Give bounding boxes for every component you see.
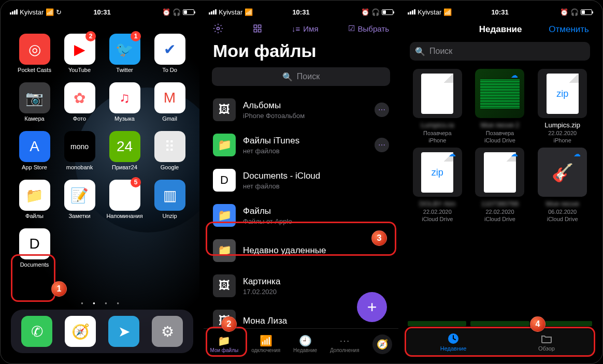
tab-Недавние[interactable]: Недавние xyxy=(407,333,500,352)
app-documents[interactable]: DDocuments xyxy=(15,228,54,268)
tab-Недавние[interactable]: 🕘Недавние xyxy=(293,335,317,353)
file-item-0[interactable]: Lumpics.raПозавчераiPhone xyxy=(408,69,467,143)
tab-label: Дополнения xyxy=(330,347,360,353)
search-input[interactable]: 🔍 Поиск xyxy=(410,42,590,61)
browser-button[interactable]: 🧭 xyxy=(372,334,392,354)
app-pocket casts[interactable]: ◎Pocket Casts xyxy=(15,34,54,73)
file-thumbnail: zip☁ xyxy=(413,148,462,197)
sort-button[interactable]: ↓≡ Имя xyxy=(292,24,318,33)
dock-settings[interactable]: ⚙ xyxy=(152,316,183,347)
app-заметки[interactable]: 📝Заметки xyxy=(60,180,99,219)
partial-row xyxy=(408,321,592,326)
tab-icon: ⋯ xyxy=(339,335,350,346)
more-button[interactable]: ⋯ xyxy=(375,103,389,117)
file-item-3[interactable]: zip☁DOLBY Atm22.02.2020iCloud Drive xyxy=(408,148,467,222)
file-row-1[interactable]: 📁Файлы iTunesнет файлов⋯ xyxy=(204,127,398,163)
folder-icon: 📁 xyxy=(213,134,236,156)
refresh-icon: ↻ xyxy=(56,8,62,16)
app-google[interactable]: ⠿Google xyxy=(150,131,189,170)
app-label: App Store xyxy=(22,164,47,170)
app-gmail[interactable]: MGmail xyxy=(150,82,189,122)
app-twitter[interactable]: 🐦1Twitter xyxy=(105,34,144,73)
app-напоминания[interactable]: ☰5Напоминания xyxy=(105,180,144,219)
badge: 2 xyxy=(85,31,96,41)
app-label: Google xyxy=(161,164,179,170)
file-title: Documents - iCloud xyxy=(243,171,389,181)
wifi-icon: 📶 xyxy=(46,8,54,16)
file-row-0[interactable]: 🖼АльбомыiPhone Фотоальбом⋯ xyxy=(204,92,398,127)
carrier-label: Kyivstar xyxy=(20,8,44,16)
file-name: 1107380766 xyxy=(481,200,519,208)
app-unzip[interactable]: ▥Unzip xyxy=(150,180,189,219)
status-bar: Kyivstar 📶 ↻ 10:31 ⏰ 🎧 xyxy=(5,5,199,19)
badge: 1 xyxy=(131,31,141,41)
file-row-4[interactable]: 📁Недавно удаленные xyxy=(204,233,398,268)
file-row-2[interactable]: DDocuments - iCloudнет файлов xyxy=(204,163,398,198)
app-icon: mono xyxy=(64,131,95,162)
select-button[interactable]: ☑ Выбрать xyxy=(348,24,389,33)
file-name: Моя песня 2 xyxy=(481,121,520,129)
tab-icon xyxy=(447,333,460,344)
search-placeholder: Поиск xyxy=(297,72,320,81)
search-icon: 🔍 xyxy=(415,47,425,56)
file-title: Альбомы xyxy=(243,100,367,111)
file-row-3[interactable]: 📁ФайлыФайлы от Apple xyxy=(204,198,398,233)
signal-icon xyxy=(209,9,217,14)
alarm-icon: ⏰ xyxy=(162,8,170,16)
file-item-4[interactable]: ☁110738076622.02.2020iCloud Drive xyxy=(470,148,530,222)
app-grid: ◎Pocket Casts▶2YouTube🐦1Twitter✔To Do📷Ка… xyxy=(5,19,199,268)
tab-Мои файлы[interactable]: 📁Мои файлы xyxy=(210,335,238,353)
svg-point-0 xyxy=(217,27,220,30)
cancel-button[interactable]: Отменить xyxy=(549,24,589,35)
app-label: Музыка xyxy=(114,115,135,122)
file-item-2[interactable]: zipLumpics.zip22.02.2020iPhone xyxy=(533,69,592,143)
tab-Дополнения[interactable]: ⋯Дополнения xyxy=(330,335,360,353)
app-камера[interactable]: 📷Камера xyxy=(15,82,54,122)
app-label: Камера xyxy=(24,115,44,122)
search-input[interactable]: 🔍 Поиск xyxy=(212,67,390,86)
dock-safari[interactable]: 🧭 xyxy=(65,316,96,347)
app-музыка[interactable]: ♫Музыка xyxy=(105,82,144,122)
file-name: Моя песня xyxy=(546,200,579,208)
wifi-icon: 📶 xyxy=(443,8,452,16)
app-to do[interactable]: ✔To Do xyxy=(150,34,189,73)
app-youtube[interactable]: ▶2YouTube xyxy=(60,34,99,73)
app-файлы[interactable]: 📁Файлы xyxy=(15,180,54,219)
file-date: 22.02.2020 xyxy=(485,209,514,215)
app-icon: A xyxy=(19,131,50,162)
dock-phone[interactable]: ✆ xyxy=(21,316,52,347)
app-фото[interactable]: ✿Фото xyxy=(60,82,99,122)
more-button[interactable]: ⋯ xyxy=(375,138,389,152)
settings-button[interactable] xyxy=(213,23,223,34)
dock-telegram[interactable]: ➤ xyxy=(108,316,139,347)
clock: 10:31 xyxy=(292,8,309,16)
view-mode-button[interactable] xyxy=(253,24,262,33)
svg-rect-4 xyxy=(259,30,261,32)
add-button[interactable]: + xyxy=(357,292,387,322)
tab-bar: НедавниеОбзор xyxy=(407,328,593,356)
app-monobank[interactable]: monomonobank xyxy=(60,131,99,170)
app-icon: ✿ xyxy=(64,82,95,113)
page-dots[interactable]: ● ● ● ● xyxy=(5,301,199,305)
page-title: Мои файлы xyxy=(204,38,398,67)
marker-4: 4 xyxy=(530,316,545,332)
app-icon: M xyxy=(154,82,185,113)
app-приват24[interactable]: 24Приват24 xyxy=(105,131,144,170)
dock: ✆🧭➤⚙ xyxy=(11,310,193,353)
tab-одключения[interactable]: 📶одключения xyxy=(251,335,280,353)
phone-documents-app: Kyivstar 📶 10:31 ⏰ 🎧 ↓≡ Имя ☑ Выбрать Мо… xyxy=(204,5,398,359)
file-thumbnail: 🎸☁ xyxy=(538,148,587,197)
battery-icon xyxy=(183,9,194,15)
app-app store[interactable]: AApp Store xyxy=(15,131,54,170)
app-icon: 24 xyxy=(109,131,140,162)
file-location: iCloud Drive xyxy=(484,216,515,222)
file-thumbnail: ☁ xyxy=(475,148,524,197)
picker-header: Недавние Отменить xyxy=(403,19,597,40)
tab-Обзор[interactable]: Обзор xyxy=(500,333,593,352)
picker-title: Недавние xyxy=(479,24,522,35)
app-label: Pocket Casts xyxy=(18,67,51,73)
file-item-1[interactable]: ☁Моя песня 2ПозавчераiCloud Drive xyxy=(470,69,530,143)
app-label: Фото xyxy=(73,115,86,122)
file-item-5[interactable]: 🎸☁Моя песня06.02.2020iCloud Drive xyxy=(533,148,592,222)
marker-3: 3 xyxy=(371,230,387,246)
